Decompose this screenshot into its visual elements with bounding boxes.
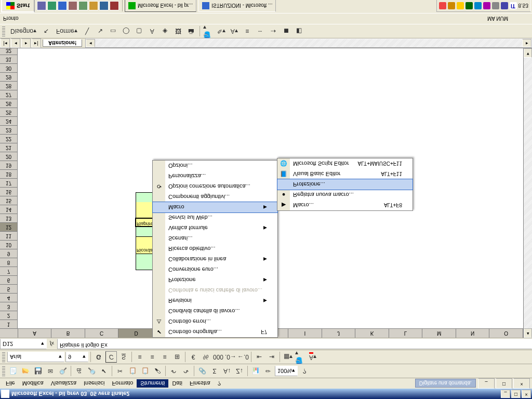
wordart-button[interactable]: A xyxy=(147,25,158,37)
shadow-button[interactable]: ◼ xyxy=(281,25,292,37)
undo-button[interactable]: ↶ xyxy=(168,365,179,377)
row-head[interactable]: 5 xyxy=(0,284,18,293)
row-head[interactable]: 27 xyxy=(0,90,18,99)
scroll-up-button[interactable]: ▴ xyxy=(524,328,532,338)
open-button[interactable]: 📂 xyxy=(20,365,31,377)
row-head[interactable]: 13 xyxy=(0,214,18,222)
underline-button[interactable]: S xyxy=(118,351,129,363)
line-button[interactable]: ╲ xyxy=(82,25,93,37)
quick-launch-icon[interactable] xyxy=(37,1,46,10)
menu-item[interactable]: Protezione... xyxy=(277,179,413,190)
row-head[interactable]: 29 xyxy=(0,72,18,81)
sheet-tab[interactable]: Attenzione! xyxy=(43,39,82,47)
tray-icon[interactable] xyxy=(439,2,446,9)
line-style-button[interactable]: ≡ xyxy=(242,25,253,37)
fx-button[interactable]: fx xyxy=(47,341,57,347)
col-head[interactable]: A xyxy=(18,328,52,338)
paste-button[interactable]: 📋 xyxy=(139,365,151,377)
preview-button[interactable]: 🔎 xyxy=(86,365,97,377)
help-button[interactable]: ? xyxy=(299,365,310,377)
picture-button[interactable]: 🏔 xyxy=(185,25,197,37)
tray-icon[interactable] xyxy=(483,2,490,9)
bold-button[interactable]: G xyxy=(93,351,104,363)
row-head[interactable]: 4 xyxy=(0,293,18,302)
scroll-down-button[interactable]: ▾ xyxy=(524,48,532,58)
diagram-button[interactable]: ◈ xyxy=(159,25,171,37)
taskbar-button-excel[interactable]: Microsoft Excel - bil pr... xyxy=(125,0,196,12)
menu-item[interactable]: ▶Macro...ALT+F8 xyxy=(277,200,413,210)
font-size-combo[interactable]: 9▾ xyxy=(65,352,88,362)
percent-button[interactable]: % xyxy=(200,351,211,363)
menu-dati[interactable]: Dati xyxy=(168,379,186,388)
sort-desc-button[interactable]: Z↓ xyxy=(234,365,245,377)
print-button[interactable]: 🖨 xyxy=(73,365,85,377)
mail-button[interactable]: ✉ xyxy=(45,365,56,377)
toolbar-grip[interactable] xyxy=(2,26,5,36)
maximize-button[interactable]: □ xyxy=(511,390,521,398)
col-head[interactable]: K xyxy=(355,328,389,338)
quick-launch-icon[interactable] xyxy=(68,1,77,10)
menu-item[interactable]: ●Registra nuova macro... xyxy=(277,190,413,200)
select-all-corner[interactable] xyxy=(0,328,18,338)
rectangle-button[interactable]: ▭ xyxy=(108,25,119,37)
row-head[interactable]: 16 xyxy=(0,187,18,196)
row-head[interactable]: 30 xyxy=(0,63,18,72)
language-indicator[interactable]: IT xyxy=(510,2,517,9)
draw-menu[interactable]: Disegno ▾ xyxy=(8,25,39,37)
col-head[interactable]: M xyxy=(422,328,456,338)
drawing-button[interactable]: ✏ xyxy=(262,365,274,377)
row-head[interactable]: 25 xyxy=(0,108,18,116)
quick-launch-icon[interactable] xyxy=(78,1,88,10)
doc-close-button[interactable]: × xyxy=(513,378,530,389)
quick-launch-icon[interactable] xyxy=(110,1,119,10)
clipart-button[interactable]: 🖼 xyxy=(172,25,184,37)
row-head[interactable]: 20 xyxy=(0,152,18,161)
scroll-left-button[interactable]: ◂ xyxy=(86,39,95,47)
menu-inserisci[interactable]: Inserisci xyxy=(80,379,108,388)
row-head[interactable]: 23 xyxy=(0,125,18,134)
menu-item[interactable]: Condividi cartella di lavoro... xyxy=(153,306,277,316)
name-box[interactable]: D12▾ xyxy=(0,339,47,349)
quick-launch-icon[interactable] xyxy=(99,1,109,10)
col-head[interactable]: C xyxy=(85,328,119,338)
increase-indent-button[interactable]: ⇥ xyxy=(266,351,277,363)
borders-button[interactable]: ▦▾ xyxy=(282,351,294,363)
currency-button[interactable]: € xyxy=(188,351,199,363)
formula-bar[interactable]: Riaprire il foglio Ex xyxy=(57,339,532,349)
menu-item[interactable]: Servizi sul Web... xyxy=(153,212,277,223)
copy-button[interactable]: 📋 xyxy=(127,365,138,377)
row-head[interactable]: 15 xyxy=(0,196,18,205)
redo-button[interactable]: ↷ xyxy=(180,365,192,377)
search-button[interactable]: 🔍 xyxy=(57,365,69,377)
menu-item[interactable]: Protezione▶ xyxy=(153,275,277,285)
menu-item[interactable]: Macro▶ xyxy=(152,202,278,213)
align-center-button[interactable]: ≡ xyxy=(147,351,158,363)
save-button[interactable]: 💾 xyxy=(32,365,44,377)
spellcheck-button[interactable]: ✔ xyxy=(98,365,110,377)
font-color-button[interactable]: A▾ xyxy=(307,351,318,363)
menu-formato[interactable]: Formato xyxy=(108,379,137,388)
row-head[interactable]: 18 xyxy=(0,169,18,178)
textbox-button[interactable]: ▢ xyxy=(134,25,145,37)
horizontal-scrollbar[interactable]: ◂ ▸ xyxy=(85,38,532,48)
menu-item[interactable]: Verifica formule▶ xyxy=(153,223,277,233)
autosum-button[interactable]: Σ xyxy=(209,365,220,377)
menu-item[interactable]: ✔Controllo ortografia...F7 xyxy=(153,327,277,337)
font-name-combo[interactable]: Arial▾ xyxy=(7,352,64,362)
sort-asc-button[interactable]: A↓ xyxy=(221,365,233,377)
quick-launch-icon[interactable] xyxy=(58,1,67,10)
decrease-indent-button[interactable]: ⇤ xyxy=(254,351,265,363)
quick-launch-icon[interactable] xyxy=(47,1,57,10)
menu-item[interactable]: Personalizza... xyxy=(153,171,277,181)
menu-item[interactable]: 📘Visual Basic EditorALT+F11 xyxy=(277,169,413,179)
row-head[interactable]: 21 xyxy=(0,143,18,152)
row-head[interactable]: 3 xyxy=(0,302,18,311)
col-head[interactable]: D xyxy=(118,328,154,338)
row-head[interactable]: 10 xyxy=(0,240,18,249)
3d-button[interactable]: ◧ xyxy=(294,25,305,37)
menu-item[interactable]: Collaborazione in linea▶ xyxy=(153,254,277,264)
menu-help[interactable]: ? xyxy=(214,379,224,388)
italic-button[interactable]: C xyxy=(105,351,117,363)
tray-icon[interactable] xyxy=(448,2,455,9)
menu-item[interactable]: Revisioni▶ xyxy=(153,296,277,306)
